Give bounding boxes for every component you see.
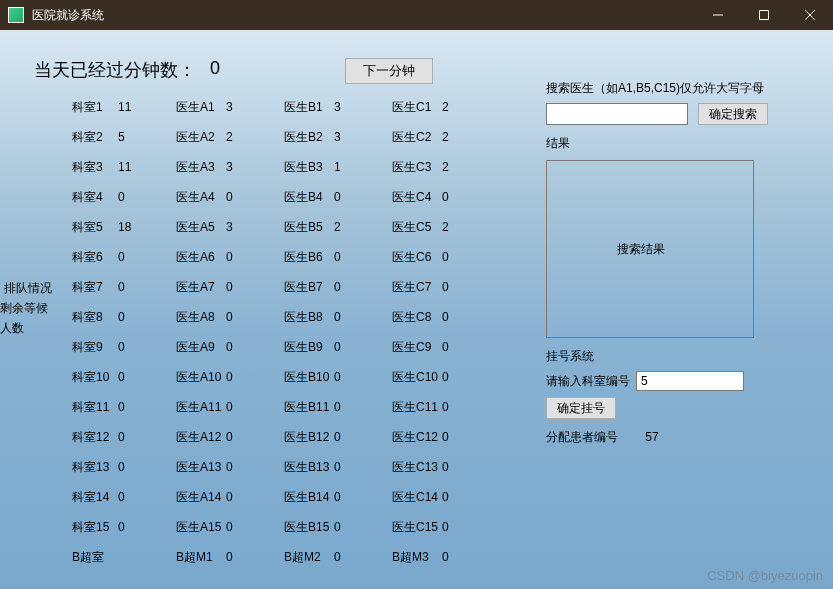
table-row: 科室130医生A130医生B130医生C130	[72, 452, 500, 482]
doctor-b-count-cell: 3	[334, 130, 392, 144]
dept-count-cell: 18	[118, 220, 176, 234]
doctor-a-count-cell: 0	[226, 550, 284, 564]
dept-count-cell: 0	[118, 280, 176, 294]
doctor-b-count-cell: 2	[334, 220, 392, 234]
dept-count-cell: 0	[118, 310, 176, 324]
doctor-a-count-cell: 2	[226, 130, 284, 144]
dept-count-cell: 0	[118, 190, 176, 204]
doctor-c-name-cell: 医生C2	[392, 129, 442, 146]
queue-status-label: 排队情况 剩余等候人数	[0, 278, 56, 338]
doctor-b-count-cell: 0	[334, 190, 392, 204]
doctor-b-name-cell: 医生B14	[284, 489, 334, 506]
doctor-c-count-cell: 0	[442, 310, 500, 324]
dept-count-cell: 0	[118, 370, 176, 384]
doctor-c-name-cell: 医生C8	[392, 309, 442, 326]
doctor-c-name-cell: 医生C11	[392, 399, 442, 416]
doctor-a-count-cell: 0	[226, 310, 284, 324]
doctor-b-count-cell: 0	[334, 340, 392, 354]
dept-count-cell: 0	[118, 490, 176, 504]
doctor-b-name-cell: 医生B2	[284, 129, 334, 146]
doctor-b-count-cell: 0	[334, 430, 392, 444]
dept-count-cell: 5	[118, 130, 176, 144]
table-row: 科室110医生A110医生B110医生C110	[72, 392, 500, 422]
doctor-b-count-cell: 3	[334, 100, 392, 114]
doctor-c-count-cell: 2	[442, 220, 500, 234]
assigned-patient-row: 分配患者编号 57	[546, 429, 816, 446]
dept-name-cell: 科室2	[72, 129, 118, 146]
doctor-b-count-cell: 0	[334, 520, 392, 534]
doctor-a-count-cell: 0	[226, 250, 284, 264]
doctor-a-name-cell: 医生A11	[176, 399, 226, 416]
doctor-b-count-cell: 0	[334, 280, 392, 294]
dept-count-cell: 0	[118, 250, 176, 264]
doctor-b-count-cell: 0	[334, 370, 392, 384]
table-row: 科室150医生A150医生B150医生C150	[72, 512, 500, 542]
doctor-a-name-cell: 医生A14	[176, 489, 226, 506]
doctor-c-count-cell: 0	[442, 460, 500, 474]
doctor-a-count-cell: 0	[226, 190, 284, 204]
assigned-patient-value: 57	[645, 430, 658, 444]
doctor-b-count-cell: 1	[334, 160, 392, 174]
dept-name-cell: B超室	[72, 549, 118, 566]
doctor-a-count-cell: 3	[226, 220, 284, 234]
doctor-c-count-cell: 0	[442, 340, 500, 354]
doctor-b-name-cell: 医生B1	[284, 99, 334, 116]
minimize-button[interactable]	[695, 0, 741, 30]
doctor-b-name-cell: 医生B4	[284, 189, 334, 206]
register-confirm-button[interactable]: 确定挂号	[546, 397, 616, 419]
register-dept-input[interactable]	[636, 371, 744, 391]
doctor-a-name-cell: 医生A10	[176, 369, 226, 386]
doctor-a-name-cell: 医生A2	[176, 129, 226, 146]
elapsed-minutes-value: 0	[210, 58, 220, 79]
doctor-a-name-cell: 医生A13	[176, 459, 226, 476]
doctor-c-count-cell: 0	[442, 400, 500, 414]
dept-count-cell: 0	[118, 460, 176, 474]
doctor-a-count-cell: 0	[226, 460, 284, 474]
search-hint: 搜索医生（如A1,B5,C15)仅允许大写字母	[546, 80, 816, 97]
search-doctor-input[interactable]	[546, 103, 688, 125]
assigned-patient-label: 分配患者编号	[546, 430, 618, 444]
doctor-c-name-cell: 医生C14	[392, 489, 442, 506]
right-panel: 搜索医生（如A1,B5,C15)仅允许大写字母 确定搜索 结果 搜索结果 挂号系…	[546, 80, 816, 446]
elapsed-minutes-label: 当天已经过分钟数：	[34, 58, 196, 82]
table-row: 科室70医生A70医生B70医生C70	[72, 272, 500, 302]
doctor-c-name-cell: B超M3	[392, 549, 442, 566]
dept-name-cell: 科室1	[72, 99, 118, 116]
doctor-c-name-cell: 医生C4	[392, 189, 442, 206]
table-row: 科室40医生A40医生B40医生C40	[72, 182, 500, 212]
doctor-a-count-cell: 0	[226, 400, 284, 414]
doctor-a-name-cell: 医生A9	[176, 339, 226, 356]
close-button[interactable]	[787, 0, 833, 30]
doctor-a-name-cell: 医生A4	[176, 189, 226, 206]
next-minute-button[interactable]: 下一分钟	[345, 58, 433, 84]
queue-status-line2: 剩余等候人数	[0, 298, 56, 338]
dept-name-cell: 科室6	[72, 249, 118, 266]
maximize-button[interactable]	[741, 0, 787, 30]
doctor-c-name-cell: 医生C5	[392, 219, 442, 236]
dept-count-cell: 0	[118, 400, 176, 414]
doctor-a-count-cell: 0	[226, 340, 284, 354]
table-row: 科室140医生A140医生B140医生C140	[72, 482, 500, 512]
doctor-a-count-cell: 0	[226, 430, 284, 444]
doctor-c-count-cell: 0	[442, 280, 500, 294]
doctor-b-name-cell: 医生B6	[284, 249, 334, 266]
dept-count-cell: 0	[118, 340, 176, 354]
doctor-c-name-cell: 医生C10	[392, 369, 442, 386]
dept-name-cell: 科室7	[72, 279, 118, 296]
doctor-a-count-cell: 0	[226, 490, 284, 504]
table-row: 科室311医生A33医生B31医生C32	[72, 152, 500, 182]
doctor-a-name-cell: 医生A1	[176, 99, 226, 116]
doctor-b-name-cell: 医生B7	[284, 279, 334, 296]
table-row: 科室100医生A100医生B100医生C100	[72, 362, 500, 392]
dept-name-cell: 科室9	[72, 339, 118, 356]
doctor-b-name-cell: 医生B5	[284, 219, 334, 236]
doctor-b-name-cell: 医生B3	[284, 159, 334, 176]
doctor-a-name-cell: 医生A3	[176, 159, 226, 176]
doctor-a-name-cell: B超M1	[176, 549, 226, 566]
search-confirm-button[interactable]: 确定搜索	[698, 103, 768, 125]
doctor-b-name-cell: B超M2	[284, 549, 334, 566]
doctor-c-name-cell: 医生C3	[392, 159, 442, 176]
doctor-c-count-cell: 0	[442, 520, 500, 534]
doctor-b-name-cell: 医生B10	[284, 369, 334, 386]
doctor-c-name-cell: 医生C7	[392, 279, 442, 296]
